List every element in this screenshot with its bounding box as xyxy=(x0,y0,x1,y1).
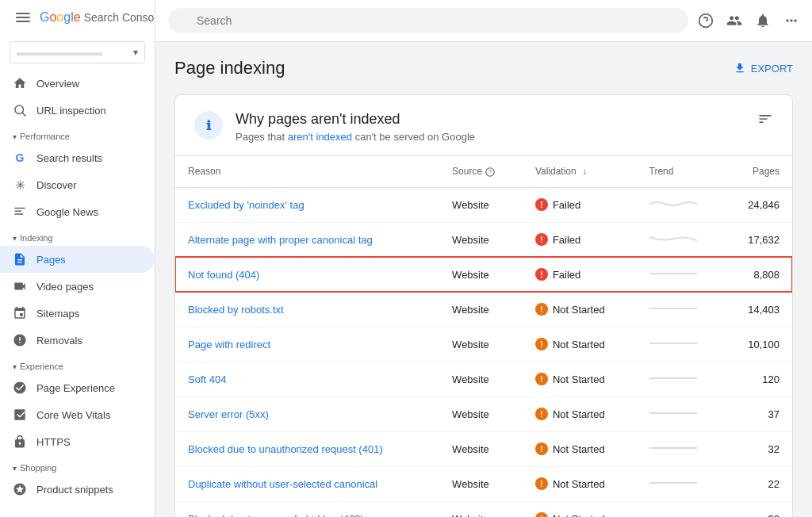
reason-link[interactable]: Alternate page with proper canonical tag xyxy=(188,234,373,246)
svg-rect-3 xyxy=(14,211,21,213)
sidebar-item-page-experience[interactable]: Page Experience xyxy=(0,374,155,401)
cell-reason: Excluded by 'noindex' tag xyxy=(175,187,439,222)
search-icon xyxy=(13,103,27,117)
chevron-icon: ▾ xyxy=(13,132,17,141)
cell-pages: 14,403 xyxy=(724,292,792,327)
cell-source: Website xyxy=(439,292,523,327)
table-container: Reason Source ? Validation ↓ Trend Pages… xyxy=(175,156,792,517)
sidebar-item-google-news[interactable]: Google News xyxy=(0,198,155,225)
cell-reason: Blocked by robots.txt xyxy=(175,292,439,327)
sidebar-item-url-inspection[interactable]: URL inspection xyxy=(0,97,155,124)
video-icon xyxy=(13,279,27,293)
card-header-text: Why pages aren't indexed Pages that aren… xyxy=(236,111,475,143)
reason-link[interactable]: Blocked by robots.txt xyxy=(188,304,284,316)
reason-link[interactable]: Server error (5xx) xyxy=(188,408,269,420)
cell-trend xyxy=(637,327,724,362)
table-row: Not found (404) Website ! Failed 8,808 xyxy=(175,257,792,292)
app-logo: Google Search Console xyxy=(40,10,155,25)
section-shopping[interactable]: ▾ Shopping xyxy=(0,455,155,476)
sidebar-item-overview[interactable]: Overview xyxy=(0,70,155,97)
cell-validation: ! Failed xyxy=(523,257,637,292)
card-info-icon: ℹ xyxy=(194,111,223,140)
sidebar-item-label: Sitemaps xyxy=(36,308,79,320)
sidebar-item-label: Google News xyxy=(36,206,98,218)
table-row: Blocked due to unauthorized request (401… xyxy=(175,431,792,466)
cell-reason: Server error (5xx) xyxy=(175,396,439,431)
cell-source: Website xyxy=(439,501,523,517)
svg-rect-2 xyxy=(14,208,25,209)
help-icon[interactable] xyxy=(698,13,714,29)
cell-reason: Not found (404) xyxy=(175,257,439,292)
reason-link[interactable]: Duplicate without user-selected canonica… xyxy=(188,478,377,490)
cell-pages: 10,100 xyxy=(724,327,792,362)
cell-reason: Page with redirect xyxy=(175,327,439,362)
col-source: Source ? xyxy=(439,156,523,187)
cell-pages: 37 xyxy=(724,396,792,431)
sidebar-item-product-snippets[interactable]: Product snippets xyxy=(0,476,155,503)
cell-trend xyxy=(637,257,724,292)
reason-link[interactable]: Blocked due to access forbidden (403) xyxy=(188,513,364,517)
cell-pages: 8,808 xyxy=(724,257,792,292)
shopping-icon xyxy=(13,482,27,496)
sidebar-item-search-results[interactable]: G Search results xyxy=(0,144,155,171)
google-wordmark: Google xyxy=(40,10,81,25)
validation-label: Failed xyxy=(553,234,580,246)
cell-validation: ! Failed xyxy=(523,222,637,257)
reason-link[interactable]: Soft 404 xyxy=(188,373,226,385)
search-input[interactable] xyxy=(168,8,688,33)
page-title: Page indexing xyxy=(174,58,285,79)
section-indexing[interactable]: ▾ Indexing xyxy=(0,225,155,246)
removals-icon xyxy=(13,333,27,347)
validation-label: Not Started xyxy=(553,373,605,385)
apps-icon[interactable] xyxy=(783,13,799,29)
hamburger-menu[interactable] xyxy=(13,10,33,25)
sidebar-item-discover[interactable]: ✳ Discover xyxy=(0,171,155,198)
account-icon[interactable] xyxy=(726,13,742,29)
status-dot: ! xyxy=(535,198,548,211)
table-row: Server error (5xx) Website ! Not Started… xyxy=(175,396,792,431)
sidebar-item-video-pages[interactable]: Video pages xyxy=(0,273,155,300)
sidebar-item-label: Page Experience xyxy=(36,382,115,394)
section-performance[interactable]: ▾ Performance xyxy=(0,124,155,144)
sidebar-item-label: URL inspection xyxy=(36,105,106,117)
col-validation[interactable]: Validation ↓ xyxy=(523,156,637,187)
section-experience[interactable]: ▾ Experience xyxy=(0,354,155,374)
status-dot: ! xyxy=(535,268,548,281)
sidebar-item-https[interactable]: HTTPS xyxy=(0,428,155,455)
cell-reason: Soft 404 xyxy=(175,362,439,396)
table-row: Excluded by 'noindex' tag Website ! Fail… xyxy=(175,187,792,222)
subtitle-link[interactable]: aren't indexed xyxy=(288,131,352,143)
sidebar-item-pages[interactable]: Pages xyxy=(0,246,155,273)
section-label-text: Shopping xyxy=(20,463,57,473)
property-dropdown-icon: ▾ xyxy=(133,47,138,58)
sidebar-item-core-web-vitals[interactable]: Core Web Vitals xyxy=(0,401,155,428)
cell-validation: ! Not Started xyxy=(523,431,637,466)
validation-label: Not Started xyxy=(553,443,605,455)
export-label: EXPORT xyxy=(751,63,793,75)
g-logo-icon: G xyxy=(13,151,27,165)
export-button[interactable]: EXPORT xyxy=(733,62,793,75)
sidebar-item-removals[interactable]: Removals xyxy=(0,327,155,354)
cell-validation: ! Not Started xyxy=(523,362,637,396)
cell-source: Website xyxy=(439,466,523,501)
cell-trend xyxy=(637,431,724,466)
cell-pages: 24,846 xyxy=(724,187,792,222)
chevron-icon: ▾ xyxy=(13,464,17,473)
reason-link[interactable]: Blocked due to unauthorized request (401… xyxy=(188,443,383,455)
reason-link[interactable]: Excluded by 'noindex' tag xyxy=(188,199,304,211)
sidebar-item-label: Product snippets xyxy=(36,484,113,496)
table-row: Alternate page with proper canonical tag… xyxy=(175,222,792,257)
table-row: Page with redirect Website ! Not Started… xyxy=(175,327,792,362)
filter-icon[interactable] xyxy=(757,111,773,131)
sidebar: Google Search Console ▬▬▬▬▬▬▬▬▬ ▾ Overvi… xyxy=(0,0,155,517)
cell-validation: ! Not Started xyxy=(523,327,637,362)
sidebar-item-label: Pages xyxy=(36,254,66,266)
main-content: Page indexing EXPORT ℹ Why pages aren't … xyxy=(155,0,812,517)
cell-validation: ! Not Started xyxy=(523,466,637,501)
sidebar-item-sitemaps[interactable]: Sitemaps xyxy=(0,300,155,327)
status-dot: ! xyxy=(535,373,548,385)
reason-link[interactable]: Page with redirect xyxy=(188,339,270,350)
property-selector[interactable]: ▬▬▬▬▬▬▬▬▬ ▾ xyxy=(10,41,145,63)
notifications-icon[interactable] xyxy=(755,13,771,29)
reason-link[interactable]: Not found (404) xyxy=(188,269,259,281)
